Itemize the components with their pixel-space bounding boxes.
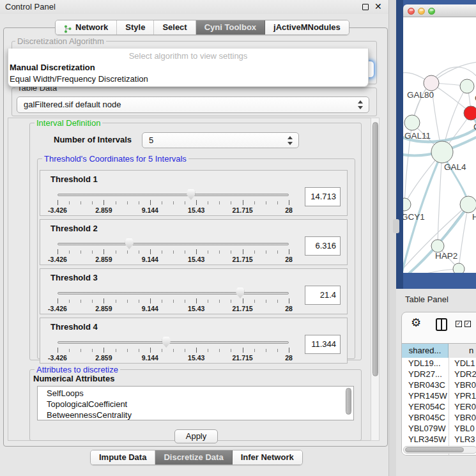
apply-button[interactable]: Apply [174, 429, 218, 443]
node-label: C [473, 122, 476, 132]
cell-shared-name: YDR27... [408, 369, 442, 380]
table-row[interactable]: YPR145WYPR1 [402, 390, 476, 401]
network-canvas[interactable]: GAL80GACGAL11GAL4GCY1HHAP2 [403, 17, 476, 273]
column-header-name[interactable]: n [449, 344, 476, 358]
cell-name: YPR1 [454, 390, 476, 401]
table-row[interactable]: YBL079WYBL0 [402, 423, 476, 434]
network-node-h[interactable] [460, 196, 476, 213]
threshold-value-field[interactable]: 21.4 [305, 286, 341, 305]
scale-label: 15.43 [188, 305, 204, 312]
number-of-intervals-combobox[interactable]: 5 [142, 132, 299, 148]
threshold-value-field[interactable]: 6.316 [305, 236, 341, 256]
slider-thumb[interactable] [125, 238, 134, 249]
threshold-value-field[interactable]: 14.713 [305, 187, 341, 206]
split-divider-handle[interactable] [393, 219, 399, 233]
threshold-label: Threshold 1 [50, 174, 98, 184]
network-node-gcy1[interactable] [403, 198, 411, 211]
slider-thumb[interactable] [162, 337, 171, 348]
horizontal-scrollbar[interactable] [403, 446, 476, 454]
numerical-attributes-list[interactable]: SelfLoopsTopologicalCoefficientBetweenne… [37, 386, 354, 420]
network-icon [64, 24, 72, 32]
network-node-gal11[interactable] [404, 115, 420, 130]
threshold-value-field[interactable]: 11.344 [305, 335, 341, 354]
network-node-c[interactable] [464, 106, 476, 120]
dropdown-item[interactable]: Equal Width/Frequency Discretization [10, 73, 368, 85]
slider-track[interactable] [58, 292, 289, 295]
network-node-ga[interactable] [460, 79, 474, 93]
slider-track[interactable] [58, 194, 289, 196]
scale-label: 28 [285, 305, 293, 312]
slider-track[interactable] [58, 243, 289, 245]
tab-impute-data[interactable]: Impute Data [91, 450, 155, 464]
scale-label: 9.144 [142, 354, 158, 362]
mac-zoom-button[interactable] [428, 8, 435, 15]
threshold-label: Threshold 3 [50, 273, 98, 282]
combo-spinner-icon [288, 136, 293, 145]
number-of-intervals-label: Number of Intervals [54, 135, 132, 144]
cell-name: YDL1 [454, 358, 475, 369]
close-icon[interactable]: ✕ [374, 1, 382, 12]
checkbox-icon[interactable]: ✓ [456, 321, 462, 327]
slider-thumb[interactable] [187, 189, 195, 200]
table-row[interactable]: YER054CYER0 [402, 401, 476, 412]
tab-style[interactable]: Style [117, 20, 154, 35]
table-row[interactable]: YDL19...YDL1 [402, 358, 476, 369]
node-label: GAL11 [404, 131, 431, 141]
threshold-slider[interactable]: -3.4262.8599.14415.4321.71528 [58, 287, 289, 312]
table-data-combobox-value: galFiltered.sif default node [24, 100, 121, 109]
tab-infer-network[interactable]: Infer Network [233, 450, 302, 464]
slider-major-tick [243, 298, 243, 303]
threshold-slider[interactable]: -3.4262.8599.14415.4321.71528 [58, 238, 289, 263]
vertical-scrollbar[interactable] [371, 118, 380, 441]
table-row[interactable]: YBR045CYBR0 [402, 412, 476, 423]
slider-track[interactable] [58, 341, 289, 344]
slider-major-tick [289, 298, 289, 303]
cell-shared-name: YLR345W [408, 434, 446, 445]
gear-icon[interactable]: ⚙ [411, 316, 421, 329]
node-label: HAP2 [435, 251, 457, 261]
table-header: shared... n [402, 343, 476, 358]
tab-cyni-toolbox[interactable]: Cyni Toolbox [196, 20, 265, 35]
network-node-gal80[interactable] [424, 75, 439, 91]
bottom-tab-bar: Impute Data Discretize Data Infer Networ… [90, 450, 303, 465]
tab-select[interactable]: Select [154, 20, 196, 35]
horizontal-scrollbar-thumb[interactable] [405, 447, 464, 452]
tab-network[interactable]: Network [56, 20, 117, 35]
attribute-item[interactable]: TopologicalCoefficient [47, 399, 353, 410]
split-divider[interactable] [388, 0, 396, 476]
scale-label: -3.426 [48, 256, 67, 263]
float-window-icon[interactable] [362, 4, 369, 10]
attribute-item[interactable]: SelfLoops [47, 388, 353, 399]
tab-discretize-data[interactable]: Discretize Data [155, 450, 232, 464]
checkbox-icon[interactable]: ✓ [464, 321, 471, 327]
dropdown-prompt: Select algorithm to view settings [8, 49, 368, 61]
table-row[interactable]: YBR043CYBR0 [402, 380, 476, 390]
tab-jactivemnodules[interactable]: jActiveMNodules [265, 20, 349, 35]
network-node[interactable] [453, 263, 464, 273]
threshold-slider[interactable]: -3.4262.8599.14415.4321.71528 [58, 188, 289, 214]
attributes-scrollbar-thumb[interactable] [346, 388, 351, 415]
network-nodes[interactable] [403, 75, 476, 273]
cell-shared-name: YBL079W [408, 423, 446, 434]
table-row[interactable]: YDR27...YDR2 [402, 369, 476, 380]
vertical-scrollbar-thumb[interactable] [372, 122, 378, 376]
network-view-area: GAL80GACGAL11GAL4GCY1HHAP2 [396, 0, 476, 289]
slider-thumb[interactable] [236, 288, 244, 298]
table-data-combobox[interactable]: galFiltered.sif default node [17, 96, 369, 113]
attribute-item[interactable]: BetweennessCentrality [47, 410, 353, 420]
network-node-gal4[interactable] [431, 141, 453, 163]
table-card: ⚙ ✓ ✓ shared... n YDL19...YDL1YDR27...YD… [401, 312, 476, 456]
threshold-slider[interactable]: -3.4262.8599.14415.4321.71528 [58, 336, 289, 362]
column-header-shared-name[interactable]: shared... [402, 344, 449, 358]
scale-label: 28 [285, 206, 293, 214]
slider-major-tick [58, 200, 58, 205]
dropdown-item[interactable]: Manual Discretization [10, 62, 368, 73]
slider-major-tick [289, 249, 289, 254]
column-layout-icon[interactable] [436, 318, 447, 331]
network-graph: GAL80GACGAL11GAL4GCY1HHAP2 [403, 17, 476, 273]
mac-minimize-button[interactable] [418, 8, 425, 15]
scale-label: 2.859 [95, 256, 112, 263]
table-row[interactable]: YLR345WYLR3 [402, 434, 476, 445]
mac-close-button[interactable] [408, 8, 415, 15]
network-node-hap2[interactable] [431, 240, 444, 252]
